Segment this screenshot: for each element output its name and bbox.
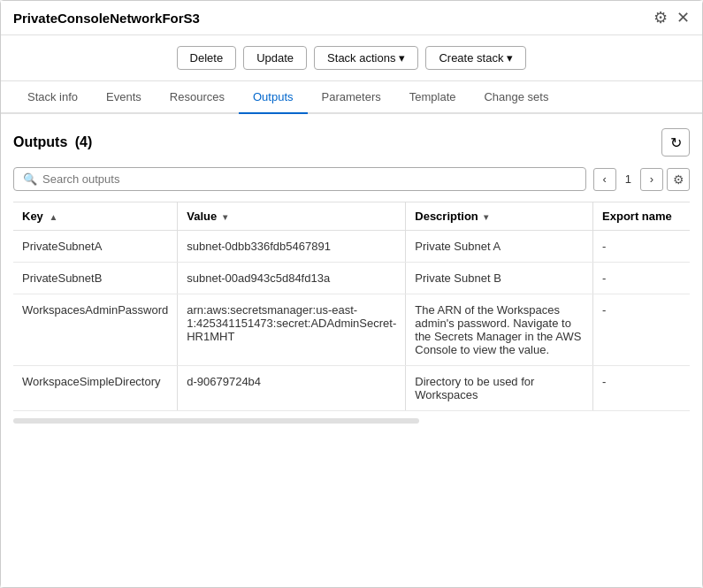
- page-number: 1: [620, 172, 637, 186]
- tab-events[interactable]: Events: [92, 81, 156, 114]
- chevron-down-icon: ▾: [399, 51, 405, 65]
- window-title: PrivateConsoleNetworkForS3: [13, 11, 200, 26]
- sort-asc-icon: ▲: [49, 212, 57, 222]
- cell-export-name: -: [593, 294, 690, 366]
- tab-bar: Stack info Events Resources Outputs Para…: [1, 81, 702, 114]
- cell-description: Private Subnet A: [406, 231, 593, 263]
- cell-export-name: -: [593, 231, 690, 263]
- pagination: ‹ 1 › ⚙: [593, 168, 690, 191]
- main-window: PrivateConsoleNetworkForS3 ⚙ ✕ Delete Up…: [0, 0, 703, 588]
- cell-export-name: -: [593, 263, 690, 294]
- col-header-key[interactable]: Key ▲: [13, 202, 178, 231]
- col-header-description[interactable]: Description ▾: [406, 202, 593, 231]
- chevron-right-icon: ›: [650, 172, 653, 186]
- prev-page-button[interactable]: ‹: [593, 168, 616, 191]
- refresh-button[interactable]: ↻: [661, 128, 690, 157]
- cell-description: The ARN of the Workspaces admin's passwo…: [406, 294, 593, 366]
- scrollbar-hint[interactable]: [13, 418, 419, 424]
- tab-stack-info[interactable]: Stack info: [13, 81, 92, 114]
- delete-button[interactable]: Delete: [177, 46, 237, 70]
- cell-key: WorkspaceSimpleDirectory: [13, 366, 178, 411]
- table-row: WorkspaceSimpleDirectoryd-90679724b4Dire…: [13, 366, 690, 411]
- sort-desc-icon: ▾: [484, 212, 488, 222]
- title-bar-controls: ⚙ ✕: [653, 10, 690, 26]
- col-header-export-name[interactable]: Export name: [593, 202, 690, 231]
- sort-desc-icon: ▾: [223, 212, 227, 222]
- update-button[interactable]: Update: [243, 46, 307, 70]
- gear-icon[interactable]: ⚙: [653, 10, 668, 26]
- cell-value: d-90679724b4: [178, 366, 406, 411]
- cell-value: subnet-00ad943c5d84fd13a: [178, 263, 406, 294]
- outputs-title: Outputs (4): [13, 134, 92, 150]
- close-icon[interactable]: ✕: [676, 10, 690, 26]
- tab-outputs[interactable]: Outputs: [239, 81, 308, 114]
- tab-resources[interactable]: Resources: [156, 81, 239, 114]
- cell-key: PrivateSubnetB: [13, 263, 178, 294]
- tab-template[interactable]: Template: [395, 81, 470, 114]
- col-header-value[interactable]: Value ▾: [178, 202, 406, 231]
- cell-value: arn:aws:secretsmanager:us-east-1:4253411…: [178, 294, 406, 366]
- gear-icon: ⚙: [673, 172, 684, 187]
- content-area: Outputs (4) ↻ 🔍 ‹ 1 › ⚙: [1, 114, 702, 587]
- table-row: WorkspacesAdminPasswordarn:aws:secretsma…: [13, 294, 690, 366]
- chevron-left-icon: ‹: [603, 172, 607, 186]
- refresh-icon: ↻: [670, 134, 682, 151]
- tab-change-sets[interactable]: Change sets: [470, 81, 562, 114]
- title-bar: PrivateConsoleNetworkForS3 ⚙ ✕: [1, 1, 702, 35]
- search-box: 🔍: [13, 167, 586, 191]
- toolbar: Delete Update Stack actions ▾ Create sta…: [1, 35, 702, 81]
- table-row: PrivateSubnetBsubnet-00ad943c5d84fd13aPr…: [13, 263, 690, 294]
- outputs-table: Key ▲ Value ▾ Description ▾ Export name: [13, 202, 690, 411]
- create-stack-button[interactable]: Create stack ▾: [425, 46, 526, 70]
- cell-description: Directory to be used for Workspaces: [406, 366, 593, 411]
- chevron-down-icon: ▾: [507, 51, 513, 65]
- cell-key: WorkspacesAdminPassword: [13, 294, 178, 366]
- cell-key: PrivateSubnetA: [13, 231, 178, 263]
- table-row: PrivateSubnetAsubnet-0dbb336fdb5467891Pr…: [13, 231, 690, 263]
- cell-value: subnet-0dbb336fdb5467891: [178, 231, 406, 263]
- cell-description: Private Subnet B: [406, 263, 593, 294]
- stack-actions-button[interactable]: Stack actions ▾: [314, 46, 418, 70]
- search-icon: 🔍: [23, 172, 37, 186]
- table-settings-button[interactable]: ⚙: [667, 168, 690, 191]
- tab-parameters[interactable]: Parameters: [308, 81, 395, 114]
- search-row: 🔍 ‹ 1 › ⚙: [13, 167, 690, 191]
- outputs-header: Outputs (4) ↻: [13, 128, 690, 157]
- next-page-button[interactable]: ›: [640, 168, 663, 191]
- cell-export-name: -: [593, 366, 690, 411]
- search-input[interactable]: [42, 172, 577, 186]
